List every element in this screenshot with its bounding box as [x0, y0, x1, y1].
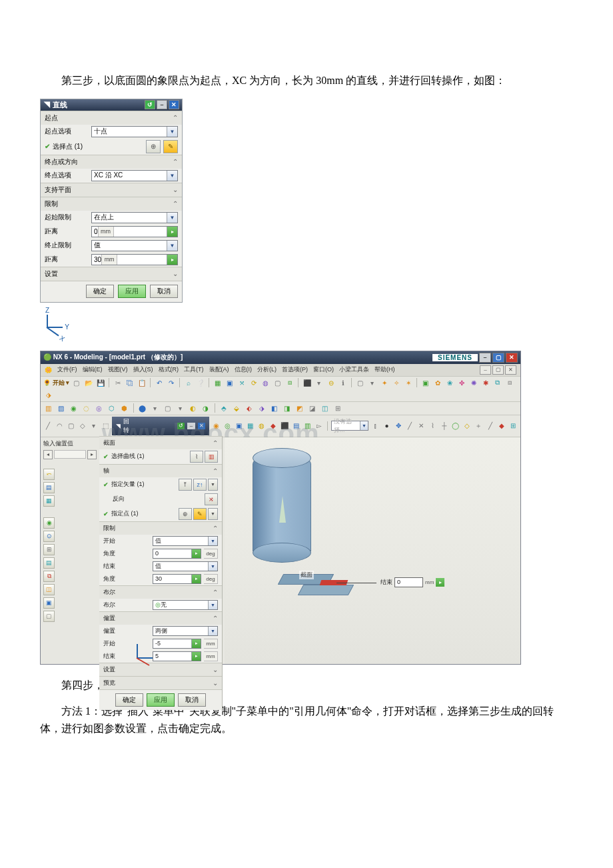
menu-insert[interactable]: 插入(S)	[133, 365, 153, 374]
tb2-icon[interactable]: ◑	[201, 403, 211, 413]
ok-button[interactable]: 确定	[115, 693, 143, 707]
view-zoom-icon[interactable]: ▣	[225, 378, 235, 388]
limit-start-combo[interactable]: 值▼	[153, 536, 218, 546]
tb2-icon[interactable]: ◪	[307, 403, 317, 413]
menu-format[interactable]: 格式(R)	[159, 365, 179, 374]
section-offset[interactable]: 偏置⌃	[99, 611, 222, 625]
s4-icon[interactable]: ✤	[456, 378, 466, 388]
tb2-icon[interactable]: ▾	[150, 403, 160, 413]
nav-icon[interactable]: ▣	[43, 597, 55, 609]
menu-pref[interactable]: 首选项(P)	[282, 365, 308, 374]
menu-file[interactable]: 文件(F)	[57, 365, 77, 374]
rt-icon[interactable]: ●	[382, 421, 391, 431]
stepper-icon[interactable]: ▸	[167, 255, 177, 265]
style2-icon[interactable]: ✧	[391, 378, 401, 388]
boolean-combo[interactable]: ◎ 无▼	[153, 600, 218, 610]
tb2-icon[interactable]: ▾	[175, 403, 185, 413]
command-finder-icon[interactable]: ⌕	[183, 378, 193, 388]
curve-icon[interactable]: ⌇	[190, 451, 203, 463]
chevron-down-icon[interactable]: ▼	[167, 241, 177, 251]
section-limit[interactable]: 限制⌃	[99, 521, 222, 535]
tb2-icon[interactable]: ⬖	[244, 403, 254, 413]
scroll-track[interactable]	[54, 450, 86, 459]
angle1-input[interactable]: 0▸	[153, 549, 201, 559]
rt-icon[interactable]: ◯	[451, 421, 460, 431]
rt-icon[interactable]: ✕	[416, 421, 426, 431]
point-icon[interactable]: ⊕	[179, 508, 192, 520]
nav-icon[interactable]: ◫	[43, 584, 55, 595]
rt-icon[interactable]: ＋	[474, 421, 483, 431]
section-settings[interactable]: 设置⌄	[41, 267, 182, 281]
limit-end-combo[interactable]: 值▼	[153, 561, 218, 571]
tb2-icon[interactable]: ⬙	[231, 403, 241, 413]
tb2-icon[interactable]: ▥	[43, 403, 53, 413]
window-minimize-icon[interactable]: –	[479, 353, 491, 363]
rt-icon[interactable]: ▥	[303, 421, 312, 431]
z-icon[interactable]: z↑	[193, 479, 207, 491]
rt-icon[interactable]: ⊞	[508, 421, 518, 431]
view-pan-icon[interactable]: ⤧	[237, 378, 247, 388]
rt-icon[interactable]: ⌇	[428, 421, 437, 431]
tb2-icon[interactable]: ◫	[320, 403, 330, 413]
tb2-icon[interactable]: ◌	[81, 403, 91, 413]
mdi-restore-icon[interactable]: ▢	[492, 365, 504, 375]
style-icon[interactable]: ✦	[379, 378, 389, 388]
section-start[interactable]: 起点⌃	[41, 111, 182, 125]
hide-icon[interactable]: ▾	[367, 378, 377, 388]
tb2-icon[interactable]: ◨	[282, 403, 292, 413]
chevron-down-icon[interactable]: ▼	[208, 601, 217, 609]
left-sidebar[interactable]: ⤺ ▤ ▦ ◉ ⊙ ⊞ ▤ ⧉ ◫ ▣ ▢	[41, 466, 99, 625]
view-shade-icon[interactable]: ◍	[261, 378, 271, 388]
menu-tools[interactable]: 工具(T)	[184, 365, 204, 374]
point-construct-icon[interactable]: ✎	[193, 508, 207, 520]
ok-button[interactable]: 确定	[86, 285, 114, 298]
offset-combo[interactable]: 两侧▼	[153, 626, 218, 636]
distance2-input[interactable]: 30 mm ▸	[91, 254, 178, 265]
revolve-titlebar[interactable]: ◥ 回转 ↺ – ✕	[112, 417, 209, 435]
toolbar-row1[interactable]: 🌻 开始 ▾ ▢ 📂 💾 ✂ ⿻ 📋 ↶ ↷ ⌕ ❔ ▦ ▣ ⤧ ⟳ ◍ ▢ ⧈…	[41, 376, 520, 401]
nav-icon[interactable]: ▢	[43, 611, 55, 622]
chevron-down-icon[interactable]: ▼	[208, 508, 218, 520]
distance1-input[interactable]: 0 mm ▸	[91, 226, 178, 237]
view-wire-icon[interactable]: ▢	[273, 378, 283, 388]
menu-view[interactable]: 视图(V)	[108, 365, 128, 374]
tb2-icon[interactable]: ⬢	[119, 403, 129, 413]
help-icon[interactable]: ❔	[195, 378, 205, 388]
measure-icon[interactable]: ⊖	[326, 378, 336, 388]
nav-icon[interactable]: ⧉	[43, 571, 55, 582]
app-titlebar[interactable]: 🟢 NX 6 - Modeling - [model1.prt （修改的）] S…	[41, 351, 520, 364]
s5-icon[interactable]: ✺	[468, 378, 478, 388]
tb2-icon[interactable]: ▧	[56, 403, 66, 413]
toolbar-row3[interactable]: ╱ ◠ ▢ ◇ ▾ ⬚ ◥ 回转 ↺ – ✕ ◉ ◎ ▣ ▦ ◍ ◆ ⬛ ▤ ▥…	[41, 415, 520, 437]
point-picker-icon[interactable]: ⊕	[146, 140, 161, 153]
section-axis[interactable]: 轴⌃	[99, 464, 222, 477]
stepper-icon[interactable]: ▸	[436, 578, 444, 587]
redo-icon[interactable]: ↷	[166, 378, 176, 388]
s3-icon[interactable]: ❀	[444, 378, 454, 388]
section-preview[interactable]: 预览⌄	[99, 676, 222, 689]
trim-icon[interactable]: ▾	[314, 378, 324, 388]
chevron-down-icon[interactable]: ▼	[208, 537, 217, 545]
stepper-icon[interactable]: ▸	[191, 639, 201, 648]
s2-icon[interactable]: ✿	[432, 378, 442, 388]
menu-kittool[interactable]: 小梁工具条	[339, 365, 369, 374]
sketch-box-icon[interactable]: ▢	[66, 421, 75, 431]
paste-icon[interactable]: 📋	[137, 378, 147, 388]
tb2-icon[interactable]: ◩	[295, 403, 305, 413]
menu-analysis[interactable]: 分析(L)	[257, 365, 277, 374]
view-rotate-icon[interactable]: ⟳	[249, 378, 259, 388]
sketch-arc-icon[interactable]: ◠	[55, 421, 64, 431]
selection-filter-combo[interactable]: 没有选择... ▼	[331, 421, 368, 431]
tb2-icon[interactable]: ◐	[188, 403, 198, 413]
undo-icon[interactable]: ↺	[177, 423, 185, 429]
left-scroll[interactable]: ◂ ▸	[41, 449, 99, 461]
start-menu[interactable]: 🌻 开始 ▾	[43, 379, 69, 387]
copy-icon[interactable]: ⿻	[125, 378, 135, 388]
s1-icon[interactable]: ▣	[420, 378, 430, 388]
rt-icon[interactable]: ◍	[257, 421, 267, 431]
close-icon[interactable]: ✕	[169, 100, 179, 109]
stepper-icon[interactable]: ▸	[167, 227, 177, 237]
model-viewport[interactable]: 截面 结束 0 mm ▸	[225, 437, 520, 664]
tb2-icon[interactable]: ⬤	[137, 403, 147, 413]
chevron-down-icon[interactable]: ▼	[208, 627, 217, 635]
